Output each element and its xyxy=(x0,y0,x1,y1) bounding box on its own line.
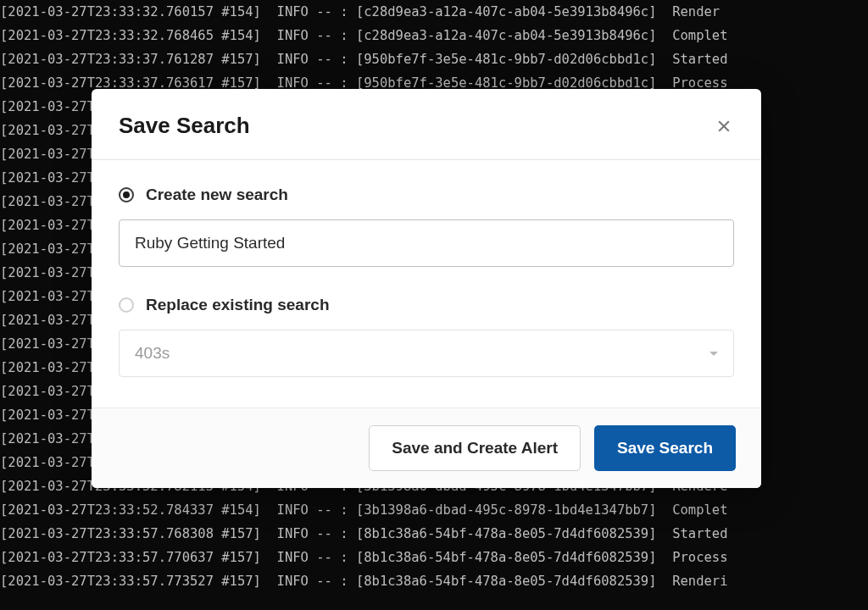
select-value: 403s xyxy=(135,344,170,363)
log-line: [2021-03-27T23:33:37.761287 #157] INFO -… xyxy=(0,47,868,71)
log-line: [2021-03-27T23:33:52.784337 #154] INFO -… xyxy=(0,498,868,522)
radio-icon xyxy=(119,297,134,313)
replace-existing-search-option[interactable]: Replace existing search xyxy=(119,296,734,314)
close-icon xyxy=(715,118,732,135)
log-line: [2021-03-27T23:33:32.760157 #154] INFO -… xyxy=(0,0,868,24)
existing-search-select[interactable]: 403s xyxy=(119,330,734,377)
radio-label: Create new search xyxy=(146,186,288,204)
modal-footer: Save and Create Alert Save Search xyxy=(92,408,761,488)
button-label: Save and Create Alert xyxy=(392,439,558,458)
chevron-down-icon xyxy=(709,352,718,356)
radio-icon xyxy=(119,187,134,202)
button-label: Save Search xyxy=(617,439,713,458)
create-new-search-option[interactable]: Create new search xyxy=(119,186,734,204)
log-line: [2021-03-27T23:33:57.770637 #157] INFO -… xyxy=(0,546,868,569)
log-line: [2021-03-27T23:33:32.768465 #154] INFO -… xyxy=(0,24,868,47)
save-search-button[interactable]: Save Search xyxy=(594,425,736,471)
modal-header: Save Search xyxy=(92,89,761,160)
search-name-input[interactable] xyxy=(119,219,734,267)
modal-body: Create new search Replace existing searc… xyxy=(92,160,761,408)
modal-title: Save Search xyxy=(119,113,250,139)
log-line: [2021-03-27T23:33:57.768308 #157] INFO -… xyxy=(0,522,868,546)
radio-label: Replace existing search xyxy=(146,296,330,314)
save-and-create-alert-button[interactable]: Save and Create Alert xyxy=(369,425,581,471)
log-line: [2021-03-27T23:33:57.773527 #157] INFO -… xyxy=(0,569,868,593)
close-button[interactable] xyxy=(714,116,734,136)
save-search-modal: Save Search Create new search Replace ex… xyxy=(92,89,761,488)
